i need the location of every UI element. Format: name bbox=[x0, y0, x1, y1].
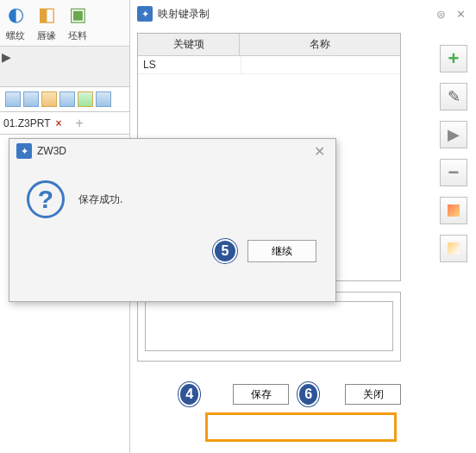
panel-titlebar: ✦ 映射键录制 ⊜ ✕ bbox=[130, 0, 476, 28]
file-tab[interactable]: 01.Z3PRT × bbox=[3, 117, 61, 129]
lip-icon: ◧ bbox=[34, 3, 60, 29]
import-icon bbox=[448, 242, 460, 255]
play-button[interactable]: ▶ bbox=[440, 121, 467, 148]
ribbon-label: 唇缘 bbox=[37, 29, 56, 42]
message-dialog: ✦ ZW3D ✕ ? 保存成功. 5 继续 bbox=[9, 138, 336, 302]
panel-help-icon[interactable]: ⊜ bbox=[433, 6, 449, 22]
callout-4: 4 bbox=[178, 382, 200, 406]
dialog-icon: ✦ bbox=[16, 143, 32, 159]
midbar-btn-5[interactable] bbox=[78, 91, 93, 107]
midbar-btn-4[interactable] bbox=[60, 91, 75, 107]
ribbon-label: 坯料 bbox=[68, 29, 87, 42]
cell-name bbox=[241, 56, 400, 74]
panel-icon: ✦ bbox=[137, 6, 153, 22]
continue-button[interactable]: 继续 bbox=[247, 240, 316, 262]
close-icon[interactable]: × bbox=[55, 117, 61, 129]
question-icon: ? bbox=[27, 180, 65, 218]
new-tab-button[interactable]: + bbox=[75, 116, 83, 131]
cell-key: LS bbox=[138, 56, 241, 74]
export-button[interactable] bbox=[440, 197, 467, 224]
midbar-btn-6[interactable] bbox=[96, 91, 111, 107]
ribbon-label: 螺纹 bbox=[6, 29, 25, 42]
breadcrumb-arrow-icon[interactable]: ▶ bbox=[2, 50, 11, 64]
save-button[interactable]: 保存 bbox=[233, 384, 289, 405]
file-tab-label: 01.Z3PRT bbox=[3, 117, 50, 129]
thread-icon: ◐ bbox=[3, 3, 28, 29]
panel-title: 映射键录制 bbox=[158, 7, 210, 22]
col-key-header[interactable]: 关键项 bbox=[138, 34, 240, 55]
import-button[interactable] bbox=[440, 235, 467, 262]
dialog-title: ZW3D bbox=[37, 145, 66, 157]
midbar bbox=[0, 86, 129, 112]
stock-icon: ▣ bbox=[65, 3, 91, 29]
description-input[interactable] bbox=[145, 301, 393, 351]
midbar-btn-2[interactable] bbox=[23, 91, 39, 107]
edit-button[interactable]: ✎ bbox=[440, 83, 467, 110]
description-group: 描述 bbox=[137, 292, 401, 362]
ribbon: ◐ 螺纹 ◧ 唇缘 ▣ 坯料 bbox=[0, 0, 129, 47]
panel-close-icon[interactable]: ✕ bbox=[453, 6, 469, 22]
midbar-btn-3[interactable] bbox=[41, 91, 57, 107]
side-toolbar: + ✎ ▶ − bbox=[440, 45, 469, 262]
ribbon-item-lip[interactable]: ◧ 唇缘 bbox=[31, 0, 62, 46]
ribbon-item-stock[interactable]: ▣ 坯料 bbox=[62, 0, 93, 46]
col-name-header[interactable]: 名称 bbox=[240, 34, 400, 55]
ribbon-item-thread[interactable]: ◐ 螺纹 bbox=[0, 0, 31, 46]
export-icon bbox=[448, 204, 460, 217]
close-button[interactable]: 关闭 bbox=[345, 384, 401, 405]
midbar-btn-1[interactable] bbox=[5, 91, 21, 107]
document-tabs: 01.Z3PRT × + bbox=[0, 112, 129, 135]
table-row[interactable]: LS bbox=[138, 56, 400, 74]
add-button[interactable]: + bbox=[440, 45, 467, 72]
remove-button[interactable]: − bbox=[440, 159, 467, 186]
callout-5: 5 bbox=[213, 239, 237, 263]
dialog-close-icon[interactable]: ✕ bbox=[310, 143, 329, 160]
dialog-titlebar: ✦ ZW3D ✕ bbox=[9, 139, 335, 163]
callout-6: 6 bbox=[298, 382, 319, 406]
dialog-message: 保存成功. bbox=[78, 192, 122, 207]
